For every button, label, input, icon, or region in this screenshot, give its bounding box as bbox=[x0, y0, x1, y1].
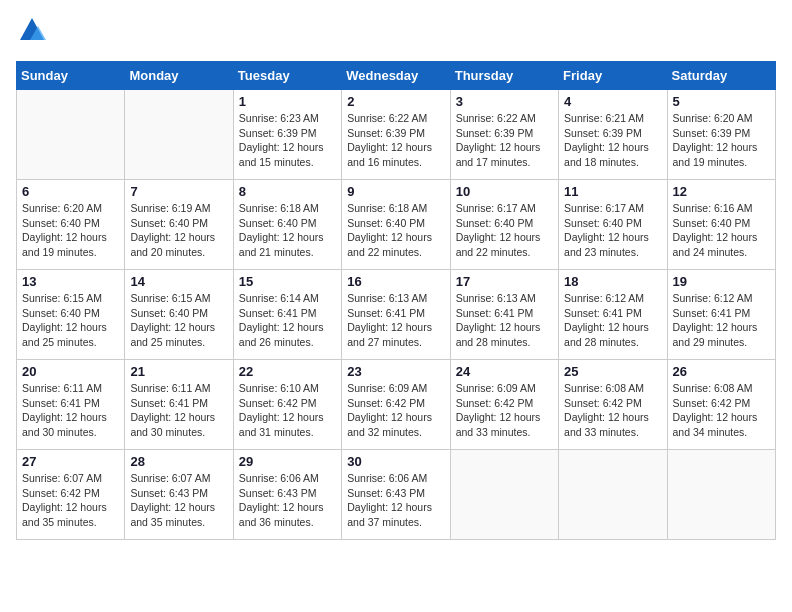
calendar-cell: 21Sunrise: 6:11 AMSunset: 6:41 PMDayligh… bbox=[125, 360, 233, 450]
day-info: Sunrise: 6:11 AMSunset: 6:41 PMDaylight:… bbox=[130, 381, 227, 440]
weekday-header: Tuesday bbox=[233, 62, 341, 90]
calendar-cell: 24Sunrise: 6:09 AMSunset: 6:42 PMDayligh… bbox=[450, 360, 558, 450]
calendar-cell: 3Sunrise: 6:22 AMSunset: 6:39 PMDaylight… bbox=[450, 90, 558, 180]
calendar-cell: 8Sunrise: 6:18 AMSunset: 6:40 PMDaylight… bbox=[233, 180, 341, 270]
day-info: Sunrise: 6:10 AMSunset: 6:42 PMDaylight:… bbox=[239, 381, 336, 440]
day-number: 20 bbox=[22, 364, 119, 379]
day-info: Sunrise: 6:19 AMSunset: 6:40 PMDaylight:… bbox=[130, 201, 227, 260]
day-number: 7 bbox=[130, 184, 227, 199]
day-number: 27 bbox=[22, 454, 119, 469]
calendar-cell: 15Sunrise: 6:14 AMSunset: 6:41 PMDayligh… bbox=[233, 270, 341, 360]
calendar-cell bbox=[17, 90, 125, 180]
calendar-cell: 5Sunrise: 6:20 AMSunset: 6:39 PMDaylight… bbox=[667, 90, 775, 180]
day-info: Sunrise: 6:07 AMSunset: 6:43 PMDaylight:… bbox=[130, 471, 227, 530]
calendar-cell: 26Sunrise: 6:08 AMSunset: 6:42 PMDayligh… bbox=[667, 360, 775, 450]
calendar-cell: 29Sunrise: 6:06 AMSunset: 6:43 PMDayligh… bbox=[233, 450, 341, 540]
day-number: 12 bbox=[673, 184, 770, 199]
calendar-cell: 1Sunrise: 6:23 AMSunset: 6:39 PMDaylight… bbox=[233, 90, 341, 180]
calendar-week-row: 27Sunrise: 6:07 AMSunset: 6:42 PMDayligh… bbox=[17, 450, 776, 540]
calendar-cell: 27Sunrise: 6:07 AMSunset: 6:42 PMDayligh… bbox=[17, 450, 125, 540]
day-number: 13 bbox=[22, 274, 119, 289]
day-info: Sunrise: 6:08 AMSunset: 6:42 PMDaylight:… bbox=[673, 381, 770, 440]
calendar-cell: 7Sunrise: 6:19 AMSunset: 6:40 PMDaylight… bbox=[125, 180, 233, 270]
calendar-cell: 4Sunrise: 6:21 AMSunset: 6:39 PMDaylight… bbox=[559, 90, 667, 180]
day-number: 30 bbox=[347, 454, 444, 469]
calendar-cell: 28Sunrise: 6:07 AMSunset: 6:43 PMDayligh… bbox=[125, 450, 233, 540]
day-number: 11 bbox=[564, 184, 661, 199]
logo-icon bbox=[18, 16, 46, 44]
day-number: 8 bbox=[239, 184, 336, 199]
calendar-cell: 19Sunrise: 6:12 AMSunset: 6:41 PMDayligh… bbox=[667, 270, 775, 360]
day-number: 23 bbox=[347, 364, 444, 379]
day-info: Sunrise: 6:09 AMSunset: 6:42 PMDaylight:… bbox=[347, 381, 444, 440]
weekday-header: Saturday bbox=[667, 62, 775, 90]
calendar-cell: 30Sunrise: 6:06 AMSunset: 6:43 PMDayligh… bbox=[342, 450, 450, 540]
day-info: Sunrise: 6:06 AMSunset: 6:43 PMDaylight:… bbox=[347, 471, 444, 530]
calendar-cell: 2Sunrise: 6:22 AMSunset: 6:39 PMDaylight… bbox=[342, 90, 450, 180]
calendar-week-row: 1Sunrise: 6:23 AMSunset: 6:39 PMDaylight… bbox=[17, 90, 776, 180]
day-info: Sunrise: 6:13 AMSunset: 6:41 PMDaylight:… bbox=[347, 291, 444, 350]
day-info: Sunrise: 6:22 AMSunset: 6:39 PMDaylight:… bbox=[456, 111, 553, 170]
day-number: 14 bbox=[130, 274, 227, 289]
day-number: 1 bbox=[239, 94, 336, 109]
weekday-header: Thursday bbox=[450, 62, 558, 90]
calendar-cell: 23Sunrise: 6:09 AMSunset: 6:42 PMDayligh… bbox=[342, 360, 450, 450]
day-info: Sunrise: 6:17 AMSunset: 6:40 PMDaylight:… bbox=[456, 201, 553, 260]
day-number: 28 bbox=[130, 454, 227, 469]
day-info: Sunrise: 6:08 AMSunset: 6:42 PMDaylight:… bbox=[564, 381, 661, 440]
calendar-cell: 10Sunrise: 6:17 AMSunset: 6:40 PMDayligh… bbox=[450, 180, 558, 270]
day-number: 15 bbox=[239, 274, 336, 289]
calendar-table: SundayMondayTuesdayWednesdayThursdayFrid… bbox=[16, 61, 776, 540]
calendar-cell bbox=[450, 450, 558, 540]
calendar-cell: 6Sunrise: 6:20 AMSunset: 6:40 PMDaylight… bbox=[17, 180, 125, 270]
calendar-cell: 17Sunrise: 6:13 AMSunset: 6:41 PMDayligh… bbox=[450, 270, 558, 360]
day-number: 17 bbox=[456, 274, 553, 289]
day-number: 24 bbox=[456, 364, 553, 379]
calendar-cell: 12Sunrise: 6:16 AMSunset: 6:40 PMDayligh… bbox=[667, 180, 775, 270]
day-info: Sunrise: 6:11 AMSunset: 6:41 PMDaylight:… bbox=[22, 381, 119, 440]
weekday-header: Sunday bbox=[17, 62, 125, 90]
calendar-cell: 20Sunrise: 6:11 AMSunset: 6:41 PMDayligh… bbox=[17, 360, 125, 450]
day-info: Sunrise: 6:13 AMSunset: 6:41 PMDaylight:… bbox=[456, 291, 553, 350]
day-number: 5 bbox=[673, 94, 770, 109]
logo bbox=[16, 16, 46, 49]
day-info: Sunrise: 6:09 AMSunset: 6:42 PMDaylight:… bbox=[456, 381, 553, 440]
day-info: Sunrise: 6:18 AMSunset: 6:40 PMDaylight:… bbox=[347, 201, 444, 260]
calendar-cell bbox=[559, 450, 667, 540]
weekday-header: Wednesday bbox=[342, 62, 450, 90]
calendar-cell: 16Sunrise: 6:13 AMSunset: 6:41 PMDayligh… bbox=[342, 270, 450, 360]
calendar-cell: 11Sunrise: 6:17 AMSunset: 6:40 PMDayligh… bbox=[559, 180, 667, 270]
day-number: 3 bbox=[456, 94, 553, 109]
calendar-header-row: SundayMondayTuesdayWednesdayThursdayFrid… bbox=[17, 62, 776, 90]
day-number: 22 bbox=[239, 364, 336, 379]
calendar-cell bbox=[667, 450, 775, 540]
day-info: Sunrise: 6:23 AMSunset: 6:39 PMDaylight:… bbox=[239, 111, 336, 170]
page-header bbox=[16, 16, 776, 49]
day-info: Sunrise: 6:21 AMSunset: 6:39 PMDaylight:… bbox=[564, 111, 661, 170]
day-number: 2 bbox=[347, 94, 444, 109]
calendar-week-row: 20Sunrise: 6:11 AMSunset: 6:41 PMDayligh… bbox=[17, 360, 776, 450]
day-info: Sunrise: 6:22 AMSunset: 6:39 PMDaylight:… bbox=[347, 111, 444, 170]
calendar-week-row: 13Sunrise: 6:15 AMSunset: 6:40 PMDayligh… bbox=[17, 270, 776, 360]
calendar-cell bbox=[125, 90, 233, 180]
day-number: 26 bbox=[673, 364, 770, 379]
day-info: Sunrise: 6:20 AMSunset: 6:39 PMDaylight:… bbox=[673, 111, 770, 170]
day-info: Sunrise: 6:14 AMSunset: 6:41 PMDaylight:… bbox=[239, 291, 336, 350]
day-number: 9 bbox=[347, 184, 444, 199]
day-info: Sunrise: 6:07 AMSunset: 6:42 PMDaylight:… bbox=[22, 471, 119, 530]
weekday-header: Monday bbox=[125, 62, 233, 90]
calendar-cell: 14Sunrise: 6:15 AMSunset: 6:40 PMDayligh… bbox=[125, 270, 233, 360]
day-info: Sunrise: 6:12 AMSunset: 6:41 PMDaylight:… bbox=[564, 291, 661, 350]
calendar-cell: 9Sunrise: 6:18 AMSunset: 6:40 PMDaylight… bbox=[342, 180, 450, 270]
day-info: Sunrise: 6:06 AMSunset: 6:43 PMDaylight:… bbox=[239, 471, 336, 530]
day-number: 10 bbox=[456, 184, 553, 199]
day-info: Sunrise: 6:16 AMSunset: 6:40 PMDaylight:… bbox=[673, 201, 770, 260]
day-number: 6 bbox=[22, 184, 119, 199]
day-number: 16 bbox=[347, 274, 444, 289]
calendar-cell: 13Sunrise: 6:15 AMSunset: 6:40 PMDayligh… bbox=[17, 270, 125, 360]
day-number: 4 bbox=[564, 94, 661, 109]
day-info: Sunrise: 6:17 AMSunset: 6:40 PMDaylight:… bbox=[564, 201, 661, 260]
day-info: Sunrise: 6:15 AMSunset: 6:40 PMDaylight:… bbox=[130, 291, 227, 350]
calendar-week-row: 6Sunrise: 6:20 AMSunset: 6:40 PMDaylight… bbox=[17, 180, 776, 270]
day-info: Sunrise: 6:20 AMSunset: 6:40 PMDaylight:… bbox=[22, 201, 119, 260]
